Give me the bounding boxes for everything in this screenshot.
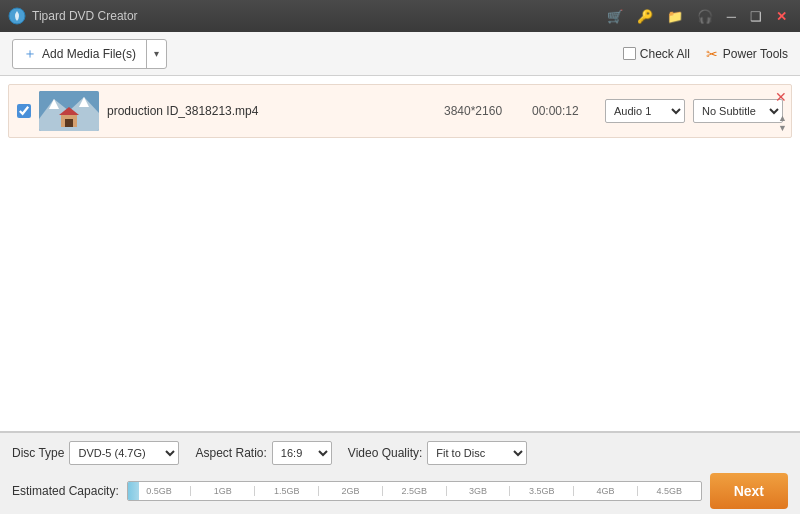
svg-rect-7 — [65, 119, 73, 127]
aspect-ratio-select[interactable]: 16:9 4:3 — [272, 441, 332, 465]
tick-2gb: 2GB — [318, 486, 382, 496]
title-bar-left: Tipard DVD Creator — [8, 7, 138, 25]
file-remove-button[interactable]: ✕ — [775, 89, 787, 105]
check-all-label[interactable]: Check All — [623, 47, 690, 61]
tick-2.5gb: 2.5GB — [382, 486, 446, 496]
add-media-label: Add Media File(s) — [42, 47, 136, 61]
add-icon: ＋ — [23, 45, 37, 63]
add-media-button[interactable]: ＋ Add Media File(s) ▾ — [12, 39, 167, 69]
tick-0.5gb: 0.5GB — [128, 486, 191, 496]
add-media-main[interactable]: ＋ Add Media File(s) — [13, 40, 147, 68]
audio-select[interactable]: Audio 1 — [605, 99, 685, 123]
file-thumbnail — [39, 91, 99, 131]
power-tools-label: Power Tools — [723, 47, 788, 61]
video-quality-select[interactable]: Fit to Disc High Medium Low — [427, 441, 527, 465]
power-tools-icon: ✂ — [706, 46, 718, 62]
file-resolution: 3840*2160 — [444, 104, 524, 118]
headset-icon[interactable]: 🎧 — [692, 7, 718, 26]
file-checkbox[interactable] — [17, 104, 31, 118]
main-content-area: production ID_3818213.mp4 3840*2160 00:0… — [0, 76, 800, 432]
capacity-row: Estimated Capacity: 0.5GB 1GB 1.5GB 2GB … — [12, 473, 788, 509]
minimize-icon[interactable]: ─ — [722, 7, 741, 26]
tick-3gb: 3GB — [446, 486, 510, 496]
capacity-ticks: 0.5GB 1GB 1.5GB 2GB 2.5GB 3GB 3.5GB 4GB … — [128, 482, 701, 500]
tick-4gb: 4GB — [573, 486, 637, 496]
capacity-bar: 0.5GB 1GB 1.5GB 2GB 2.5GB 3GB 3.5GB 4GB … — [127, 481, 702, 501]
disc-type-select[interactable]: DVD-5 (4.7G) DVD-9 (8.5G) BD-25 (25G) BD… — [69, 441, 179, 465]
check-all-text: Check All — [640, 47, 690, 61]
title-bar: Tipard DVD Creator 🛒 🔑 📁 🎧 ─ ❑ ✕ — [0, 0, 800, 32]
title-bar-controls: 🛒 🔑 📁 🎧 ─ ❑ ✕ — [602, 7, 792, 26]
settings-row: Disc Type DVD-5 (4.7G) DVD-9 (8.5G) BD-2… — [12, 441, 788, 465]
move-down-arrow[interactable]: ▼ — [778, 124, 787, 133]
file-name: production ID_3818213.mp4 — [107, 104, 436, 118]
tick-1.5gb: 1.5GB — [254, 486, 318, 496]
estimated-capacity-label: Estimated Capacity: — [12, 484, 119, 498]
close-icon[interactable]: ✕ — [771, 7, 792, 26]
tick-3.5gb: 3.5GB — [509, 486, 573, 496]
check-all-checkbox[interactable] — [623, 47, 636, 60]
tick-1gb: 1GB — [190, 486, 254, 496]
cart-icon[interactable]: 🛒 — [602, 7, 628, 26]
toolbar-right: Check All ✂ Power Tools — [623, 46, 788, 62]
aspect-ratio-label: Aspect Ratio: — [195, 446, 266, 460]
file-duration: 00:00:12 — [532, 104, 597, 118]
power-tools-button[interactable]: ✂ Power Tools — [706, 46, 788, 62]
video-quality-group: Video Quality: Fit to Disc High Medium L… — [348, 441, 528, 465]
folder-icon[interactable]: 📁 — [662, 7, 688, 26]
tick-4.5gb: 4.5GB — [637, 486, 701, 496]
file-sort-arrows: ▲ ▼ — [778, 114, 787, 133]
next-button[interactable]: Next — [710, 473, 788, 509]
toolbar: ＋ Add Media File(s) ▾ Check All ✂ Power … — [0, 32, 800, 76]
subtitle-select[interactable]: No Subtitle — [693, 99, 783, 123]
restore-icon[interactable]: ❑ — [745, 7, 767, 26]
add-media-dropdown-arrow[interactable]: ▾ — [147, 43, 166, 64]
disc-type-label: Disc Type — [12, 446, 64, 460]
app-title: Tipard DVD Creator — [32, 9, 138, 23]
disc-type-group: Disc Type DVD-5 (4.7G) DVD-9 (8.5G) BD-2… — [12, 441, 179, 465]
app-logo — [8, 7, 26, 25]
key-icon[interactable]: 🔑 — [632, 7, 658, 26]
bottom-panel: Disc Type DVD-5 (4.7G) DVD-9 (8.5G) BD-2… — [0, 432, 800, 514]
aspect-ratio-group: Aspect Ratio: 16:9 4:3 — [195, 441, 331, 465]
video-quality-label: Video Quality: — [348, 446, 423, 460]
move-up-arrow[interactable]: ▲ — [778, 114, 787, 123]
file-row: production ID_3818213.mp4 3840*2160 00:0… — [8, 84, 792, 138]
